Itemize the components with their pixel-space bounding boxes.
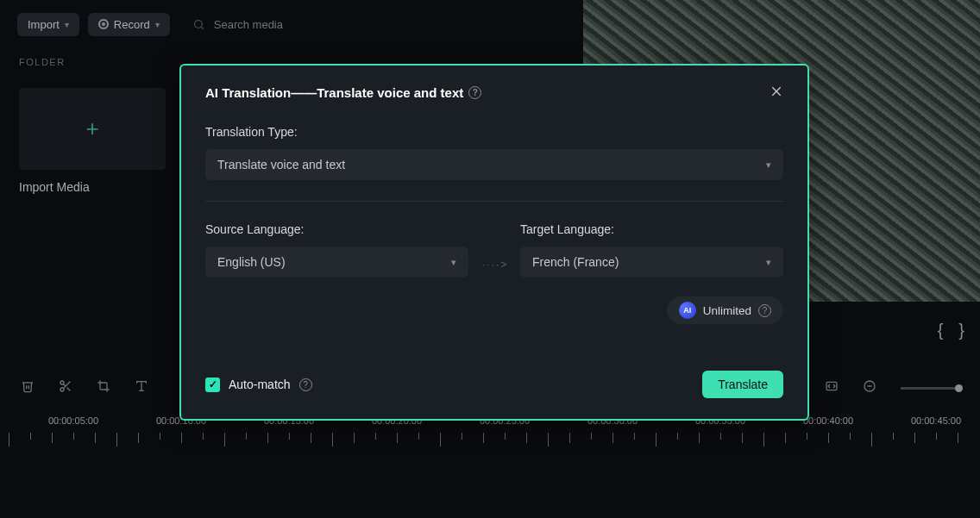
arrow-icon: ····> [482, 222, 506, 271]
expand-icon[interactable] [825, 379, 839, 396]
chevron-down-icon: ▾ [766, 257, 771, 268]
chevron-down-icon: ▾ [451, 257, 456, 268]
help-icon[interactable]: ? [758, 304, 771, 317]
checkbox-checked-icon: ✓ [205, 378, 220, 392]
translation-type-label: Translation Type: [205, 125, 783, 139]
zoom-out-icon[interactable] [863, 379, 876, 396]
modal-title: AI Translation——Translate voice and text [205, 85, 463, 100]
brace-open[interactable]: { [938, 321, 944, 340]
brace-close[interactable]: } [958, 321, 964, 340]
search-input[interactable]: Search media [185, 15, 290, 34]
translate-button[interactable]: Translate [702, 371, 783, 398]
record-button[interactable]: Record ▾ [88, 13, 170, 36]
source-language-label: Source Language: [205, 222, 468, 236]
search-placeholder: Search media [214, 18, 283, 31]
delete-icon[interactable] [21, 379, 35, 396]
auto-match-label: Auto-match [229, 378, 291, 391]
ruler-label: 00:00:45:00 [911, 415, 961, 426]
translation-type-select[interactable]: Translate voice and text ▾ [205, 149, 783, 180]
target-language-select[interactable]: French (France) ▾ [520, 247, 783, 278]
svg-point-0 [194, 20, 202, 28]
svg-point-10 [60, 388, 64, 391]
svg-point-9 [60, 381, 64, 384]
divider [205, 201, 783, 202]
translation-type-value: Translate voice and text [217, 158, 345, 172]
svg-line-12 [67, 388, 71, 391]
chevron-down-icon: ▾ [766, 159, 771, 171]
ai-icon: AI [679, 302, 696, 319]
record-icon [98, 19, 109, 29]
text-icon[interactable] [135, 379, 148, 396]
help-icon[interactable]: ? [468, 86, 481, 99]
source-language-value: English (US) [217, 255, 286, 269]
source-language-select[interactable]: English (US) ▾ [205, 247, 468, 278]
plus-icon: + [85, 115, 98, 142]
close-icon[interactable] [770, 84, 783, 101]
import-media-tile[interactable]: + [19, 88, 166, 170]
chevron-down-icon: ▾ [65, 20, 69, 29]
zoom-slider[interactable] [901, 387, 959, 390]
crop-icon[interactable] [97, 379, 110, 396]
ruler-label: 00:00:05:00 [48, 415, 98, 426]
auto-match-checkbox[interactable]: ✓ Auto-match ? [205, 378, 312, 392]
help-icon[interactable]: ? [299, 378, 312, 391]
ai-translation-modal: AI Translation——Translate voice and text… [179, 64, 809, 421]
record-label: Record [114, 18, 150, 31]
chevron-down-icon: ▾ [155, 20, 160, 29]
unlimited-label: Unlimited [703, 304, 751, 317]
search-icon [192, 18, 205, 31]
target-language-label: Target Language: [520, 222, 783, 236]
cut-icon[interactable] [59, 379, 72, 396]
import-button[interactable]: Import ▾ [17, 13, 79, 36]
svg-line-13 [63, 384, 66, 386]
ruler-label: 00:00:40:00 [803, 415, 853, 426]
marker-braces: { } [938, 321, 964, 340]
import-label: Import [28, 18, 60, 31]
unlimited-badge[interactable]: AI Unlimited ? [667, 296, 783, 324]
svg-line-1 [201, 27, 204, 29]
target-language-value: French (France) [532, 255, 619, 269]
